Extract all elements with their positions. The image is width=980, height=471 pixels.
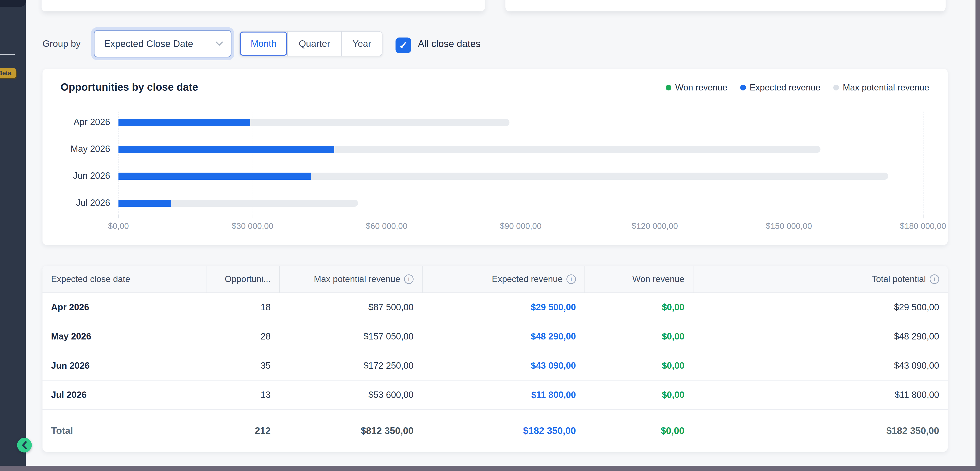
table-row: Apr 2026 18 $87 500,00 $29 500,00 $0,00 … — [43, 293, 948, 322]
x-axis-tick-label: $150 000,00 — [766, 221, 812, 231]
axis-tick — [118, 215, 119, 218]
cell-expected-close-date: May 2026 — [43, 331, 207, 342]
all-close-dates-label: All close dates — [418, 30, 480, 57]
cell-expected-revenue: $43 090,00 — [422, 361, 584, 371]
expected-revenue-bar — [118, 173, 311, 180]
gridline — [655, 111, 655, 215]
cell-won-revenue: $0,00 — [584, 302, 693, 312]
period-button-month[interactable]: Month — [240, 32, 287, 56]
frame-bottom-strip — [0, 466, 980, 471]
cell-won-revenue: $0,00 — [584, 390, 693, 400]
column-header-expected-revenue: Expected revenuei — [422, 266, 584, 293]
x-axis-tick-label: $90 000,00 — [500, 221, 541, 231]
cell-total-potential: $29 500,00 — [693, 302, 948, 312]
expected-revenue-bar — [118, 146, 334, 153]
axis-tick — [923, 215, 923, 218]
cell-expected-revenue: $48 290,00 — [422, 331, 584, 342]
cell-max-potential-revenue: $172 250,00 — [279, 361, 422, 371]
cell-opportunities: 18 — [207, 302, 279, 312]
x-axis-tick-label: $30 000,00 — [232, 221, 273, 231]
column-header-total-potential: Total potentiali — [693, 266, 948, 293]
table-row: Jul 2026 13 $53 600,00 $11 800,00 $0,00 … — [43, 380, 948, 410]
total-won-revenue: $0,00 — [584, 425, 693, 436]
group-by-dropdown-value: Expected Close Date — [104, 38, 193, 49]
bar-category-label: Jun 2026 — [43, 171, 110, 181]
axis-tick — [387, 215, 387, 218]
sidebar-top-block — [0, 0, 25, 6]
cell-expected-revenue: $29 500,00 — [422, 302, 584, 312]
period-button-year[interactable]: Year — [341, 32, 382, 56]
gridline — [789, 111, 789, 215]
cell-opportunities: 13 — [207, 390, 279, 400]
chevron-left-icon — [21, 441, 28, 449]
column-header-expected-close-date: Expected close date — [43, 266, 207, 293]
frame-right-strip — [975, 0, 980, 471]
expected-revenue-bar — [118, 200, 171, 207]
x-axis-tick-label: $180 000,00 — [900, 221, 946, 231]
column-header-won-revenue: Won revenue — [584, 266, 693, 293]
info-icon[interactable]: i — [930, 274, 939, 284]
bar-category-label: May 2026 — [43, 144, 110, 154]
sidebar-divider — [0, 54, 15, 55]
total-expected-revenue: $182 350,00 — [422, 425, 584, 436]
chevron-down-icon — [215, 41, 224, 46]
total-opportunities: 212 — [207, 425, 279, 436]
beta-badge: Beta — [0, 68, 16, 78]
total-total-potential: $182 350,00 — [693, 425, 948, 436]
x-axis-tick-label: $0,00 — [108, 221, 129, 231]
cell-won-revenue: $0,00 — [584, 361, 693, 371]
opportunities-table-card: Expected close date Opportuni... Max pot… — [43, 266, 948, 452]
total-max-potential-revenue: $812 350,00 — [279, 425, 422, 436]
gridline — [923, 111, 923, 215]
cell-expected-close-date: Apr 2026 — [43, 302, 207, 312]
total-label: Total — [43, 425, 207, 436]
sidebar-collapse-button[interactable] — [17, 438, 32, 452]
gridline — [520, 111, 521, 215]
axis-tick — [789, 215, 789, 218]
x-axis-tick-label: $60 000,00 — [366, 221, 407, 231]
cell-max-potential-revenue: $157 050,00 — [279, 331, 422, 342]
cell-expected-close-date: Jun 2026 — [43, 361, 207, 371]
cell-won-revenue: $0,00 — [584, 331, 693, 342]
card-partial-left — [41, 0, 485, 11]
cell-max-potential-revenue: $53 600,00 — [279, 390, 422, 400]
axis-tick — [253, 215, 253, 218]
cell-expected-close-date: Jul 2026 — [43, 390, 207, 400]
table-row: Jun 2026 35 $172 250,00 $43 090,00 $0,00… — [43, 352, 948, 380]
cell-total-potential: $11 800,00 — [693, 390, 948, 400]
cell-total-potential: $43 090,00 — [693, 361, 948, 371]
bar-category-label: Jul 2026 — [43, 198, 110, 208]
period-button-quarter[interactable]: Quarter — [287, 32, 341, 56]
column-header-opportunities: Opportuni... — [207, 266, 279, 293]
column-header-max-potential-revenue: Max potential revenuei — [279, 266, 422, 293]
table-header-row: Expected close date Opportuni... Max pot… — [43, 266, 948, 293]
opportunities-chart-card: Opportunities by close date Won revenue … — [43, 69, 948, 245]
table-total-row: Total 212 $812 350,00 $182 350,00 $0,00 … — [43, 410, 948, 452]
cell-opportunities: 35 — [207, 361, 279, 371]
cell-expected-revenue: $11 800,00 — [422, 390, 584, 400]
cell-opportunities: 28 — [207, 331, 279, 342]
bar-chart-plot: $0,00$30 000,00$60 000,00$90 000,00$120 … — [43, 69, 948, 245]
x-axis-tick-label: $120 000,00 — [632, 221, 678, 231]
all-close-dates-checkbox[interactable] — [396, 38, 411, 53]
cell-max-potential-revenue: $87 500,00 — [279, 302, 422, 312]
info-icon[interactable]: i — [404, 274, 414, 284]
axis-tick — [655, 215, 655, 218]
bar-category-label: Apr 2026 — [43, 117, 110, 127]
info-icon[interactable]: i — [566, 274, 576, 284]
gridline — [387, 111, 387, 215]
period-segmented-control: Month Quarter Year — [239, 31, 382, 56]
axis-tick — [520, 215, 521, 218]
card-partial-right — [506, 0, 946, 11]
expected-revenue-bar — [118, 119, 250, 126]
table-row: May 2026 28 $157 050,00 $48 290,00 $0,00… — [43, 322, 948, 352]
sidebar: Beta — [0, 0, 25, 466]
group-by-dropdown[interactable]: Expected Close Date — [94, 30, 231, 57]
group-by-label: Group by — [43, 30, 81, 57]
cell-total-potential: $48 290,00 — [693, 331, 948, 342]
